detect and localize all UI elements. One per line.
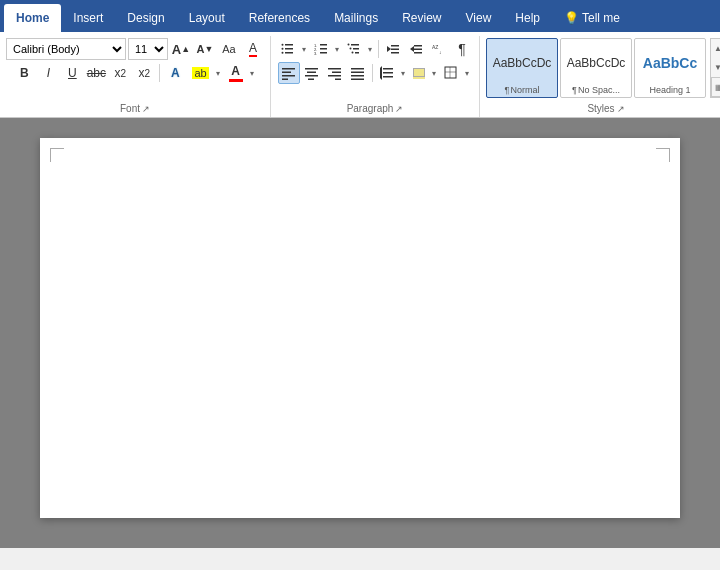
tab-review[interactable]: Review: [390, 4, 453, 32]
underline-button[interactable]: U: [61, 62, 83, 84]
subscript-button[interactable]: x2: [109, 62, 131, 84]
tab-help[interactable]: Help: [503, 4, 552, 32]
line-spacing-button[interactable]: [376, 62, 398, 84]
tell-me-icon: 💡: [564, 11, 579, 25]
styles-group: AaBbCcDc ¶ ¶ Normal Normal AaBbCcDc ¶: [480, 36, 720, 117]
multilevel-button[interactable]: [343, 38, 365, 60]
style-normal[interactable]: AaBbCcDc ¶ ¶ Normal Normal: [486, 38, 558, 98]
document-page[interactable]: [40, 138, 680, 518]
decrease-indent-button[interactable]: [382, 38, 404, 60]
style-heading-1[interactable]: AaBbCc Heading 1: [634, 38, 706, 98]
change-case-button[interactable]: Aa: [218, 38, 240, 60]
bold-button[interactable]: B: [13, 62, 35, 84]
sort-icon: AZ ↓: [432, 42, 446, 56]
strikethrough-button[interactable]: abc: [85, 62, 107, 84]
style-heading-1-preview: AaBbCc: [637, 41, 703, 85]
justify-button[interactable]: [347, 62, 369, 84]
svg-rect-29: [282, 72, 291, 74]
highlight-button[interactable]: ab: [188, 62, 212, 84]
borders-icon: [444, 66, 458, 80]
align-right-button[interactable]: [324, 62, 346, 84]
shading-dropdown[interactable]: ▾: [429, 62, 439, 84]
font-group: Calibri (Body) 11 8910 121416 182024 283…: [0, 36, 271, 117]
borders-split-btn: ▾: [440, 62, 472, 84]
numbering-button[interactable]: 1. 2. 3.: [310, 38, 332, 60]
svg-rect-38: [328, 75, 341, 77]
svg-rect-17: [355, 52, 359, 54]
borders-button[interactable]: [440, 62, 462, 84]
styles-scroll-up-button[interactable]: ▲: [711, 39, 720, 58]
align-left-button[interactable]: [278, 62, 300, 84]
align-center-button[interactable]: [301, 62, 323, 84]
bullets-dropdown[interactable]: ▾: [299, 38, 309, 60]
bullets-split-btn: ▾: [277, 38, 309, 60]
svg-rect-1: [285, 48, 293, 50]
multilevel-icon: [347, 42, 361, 56]
svg-rect-31: [282, 79, 288, 81]
svg-point-16: [352, 52, 354, 54]
style-normal-preview: AaBbCcDc: [489, 41, 555, 85]
font-color-button[interactable]: A: [225, 62, 247, 84]
svg-rect-48: [445, 67, 456, 78]
tab-insert[interactable]: Insert: [61, 4, 115, 32]
svg-rect-0: [285, 44, 293, 46]
styles-scroll-down-button[interactable]: ▼: [711, 58, 720, 77]
font-color-dropdown-button[interactable]: ▾: [247, 62, 257, 84]
tab-view[interactable]: View: [454, 4, 504, 32]
tab-references[interactable]: References: [237, 4, 322, 32]
svg-rect-32: [305, 68, 318, 70]
svg-marker-47: [380, 66, 382, 80]
text-effects-button[interactable]: A: [164, 62, 186, 84]
font-group-expand[interactable]: ↗: [142, 104, 150, 114]
font-name-select[interactable]: Calibri (Body): [6, 38, 126, 60]
style-no-spacing[interactable]: AaBbCcDc ¶ No Spac...: [560, 38, 632, 98]
font-shrink-button[interactable]: A▼: [194, 38, 216, 60]
svg-rect-35: [308, 79, 314, 81]
svg-text:↓: ↓: [439, 49, 442, 55]
tab-design[interactable]: Design: [115, 4, 176, 32]
superscript-button[interactable]: x2: [133, 62, 155, 84]
styles-expand-button[interactable]: ▦: [711, 77, 720, 97]
shading-button[interactable]: [409, 62, 429, 84]
numbering-dropdown[interactable]: ▾: [332, 38, 342, 60]
sort-button[interactable]: AZ ↓: [428, 38, 450, 60]
svg-rect-19: [391, 45, 399, 47]
italic-button[interactable]: I: [37, 62, 59, 84]
multilevel-dropdown[interactable]: ▾: [365, 38, 375, 60]
show-hide-button[interactable]: ¶: [451, 38, 473, 60]
bullets-button[interactable]: [277, 38, 299, 60]
tab-mailings[interactable]: Mailings: [322, 4, 390, 32]
svg-text:3.: 3.: [314, 51, 317, 56]
font-size-select[interactable]: 11 8910 121416 182024 283648 72: [128, 38, 168, 60]
font-group-content: Calibri (Body) 11 8910 121416 182024 283…: [6, 38, 264, 101]
svg-rect-34: [305, 75, 318, 77]
borders-dropdown[interactable]: ▾: [462, 62, 472, 84]
svg-rect-25: [414, 52, 422, 54]
font-grow-button[interactable]: A▲: [170, 38, 192, 60]
align-right-icon: [328, 66, 342, 80]
line-spacing-icon: [380, 66, 394, 80]
justify-icon: [351, 66, 365, 80]
clear-formatting-button[interactable]: A: [242, 38, 264, 60]
bullets-icon: [281, 42, 295, 56]
paragraph-group-expand[interactable]: ↗: [395, 104, 403, 114]
styles-group-label: Styles ↗: [486, 101, 720, 117]
styles-group-expand[interactable]: ↗: [617, 104, 625, 114]
svg-rect-37: [332, 72, 341, 74]
font-group-label: Font ↗: [6, 101, 264, 117]
font-divider: [159, 64, 160, 82]
styles-group-content: AaBbCcDc ¶ ¶ Normal Normal AaBbCcDc ¶: [486, 38, 720, 101]
svg-rect-43: [351, 79, 364, 81]
svg-rect-28: [282, 68, 295, 70]
svg-rect-11: [320, 52, 327, 54]
numbering-icon: 1. 2. 3.: [314, 42, 328, 56]
tab-layout[interactable]: Layout: [177, 4, 237, 32]
font-color-indicator: [229, 79, 243, 82]
svg-rect-20: [391, 49, 399, 51]
highlight-dropdown-button[interactable]: ▾: [213, 62, 223, 84]
line-spacing-dropdown[interactable]: ▾: [398, 62, 408, 84]
tab-tell-me[interactable]: 💡 Tell me: [552, 4, 632, 32]
page-corner-top-right: [656, 148, 670, 162]
tab-home[interactable]: Home: [4, 4, 61, 32]
increase-indent-button[interactable]: [405, 38, 427, 60]
